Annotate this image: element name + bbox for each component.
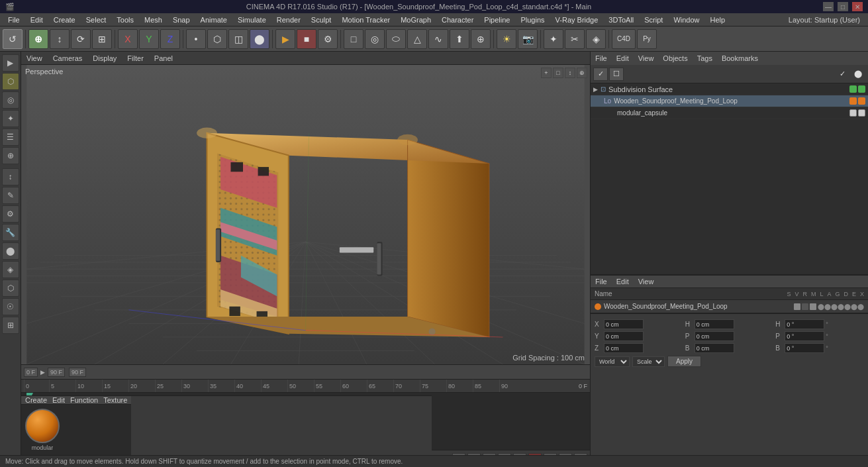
mat-menu-create[interactable]: Create bbox=[25, 396, 47, 404]
obj-menu-file[interactable]: File bbox=[593, 54, 609, 62]
sphere-button[interactable]: ◎ bbox=[365, 29, 385, 49]
coord-p-input[interactable] bbox=[695, 331, 734, 341]
side-tool-15[interactable]: ⊞ bbox=[2, 317, 19, 334]
obj-toggle-button[interactable]: ☐ bbox=[609, 68, 624, 81]
menu-3dtoall[interactable]: 3DToAll bbox=[603, 15, 639, 25]
menu-mesh[interactable]: Mesh bbox=[139, 15, 168, 25]
coord-z-input[interactable] bbox=[604, 343, 644, 353]
menu-window[interactable]: Window bbox=[668, 15, 704, 25]
coord-x-input[interactable] bbox=[604, 319, 644, 329]
viewport[interactable]: Perspective Grid Spacing : 100 cm + □ ↕ … bbox=[21, 65, 590, 364]
attr-menu-edit[interactable]: Edit bbox=[614, 278, 631, 285]
menu-pipeline[interactable]: Pipeline bbox=[479, 15, 515, 25]
extrude-button[interactable]: ⬆ bbox=[450, 29, 469, 49]
attr-menu-file[interactable]: File bbox=[593, 278, 609, 285]
render-settings-button[interactable]: ⚙ bbox=[318, 29, 338, 49]
side-tool-12[interactable]: ◈ bbox=[2, 261, 19, 278]
side-tool-4[interactable]: ✦ bbox=[2, 110, 19, 127]
obj-item-modular-capsule[interactable]: modular_capsule bbox=[591, 107, 868, 119]
python-button[interactable]: Py bbox=[637, 29, 657, 49]
attr-menu-view[interactable]: View bbox=[636, 278, 656, 285]
points-mode-button[interactable]: • bbox=[186, 29, 206, 49]
attr-object-row[interactable]: Wooden_Soundproof_Meeting_Pod_Loop ⬤⬤⬤⬤⬤… bbox=[591, 300, 868, 313]
menu-file[interactable]: File bbox=[3, 15, 25, 25]
material-sphere[interactable] bbox=[25, 409, 60, 443]
camera-button[interactable]: 📷 bbox=[518, 29, 538, 49]
menu-simulate[interactable]: Simulate bbox=[232, 15, 271, 25]
scale-tool-button[interactable]: ↕ bbox=[50, 29, 70, 49]
coord-sx-input[interactable] bbox=[785, 319, 824, 329]
axis-y-button[interactable]: Y bbox=[139, 29, 159, 49]
mat-menu-texture[interactable]: Texture bbox=[103, 396, 127, 404]
obj-menu-objects[interactable]: Objects bbox=[661, 54, 689, 62]
side-tool-7[interactable]: ↕ bbox=[2, 168, 19, 185]
menu-motion-tracker[interactable]: Motion Tracker bbox=[336, 15, 395, 25]
obj-filter-button[interactable]: ✓ bbox=[593, 68, 608, 81]
viewport-menu-cameras[interactable]: Cameras bbox=[50, 54, 85, 62]
coord-y-input[interactable] bbox=[604, 331, 644, 341]
side-tool-9[interactable]: ⚙ bbox=[2, 205, 19, 223]
cylinder-button[interactable]: ⬭ bbox=[386, 29, 406, 49]
viewport-menu-display[interactable]: Display bbox=[90, 54, 119, 62]
spline-button[interactable]: ∿ bbox=[428, 29, 448, 49]
coord-sz-input[interactable] bbox=[785, 343, 824, 353]
axis-z-button[interactable]: Z bbox=[160, 29, 180, 49]
coord-sy-input[interactable] bbox=[785, 331, 824, 341]
render-button[interactable]: ■ bbox=[297, 29, 316, 49]
side-tool-6[interactable]: ⊕ bbox=[2, 147, 19, 164]
polys-mode-button[interactable]: ◫ bbox=[228, 29, 248, 49]
close-button[interactable]: ✕ bbox=[852, 2, 863, 11]
menu-render[interactable]: Render bbox=[271, 15, 306, 25]
vp-nav-arrows[interactable]: ↕ bbox=[565, 68, 575, 78]
menu-snap[interactable]: Snap bbox=[168, 15, 195, 25]
move-tool-button[interactable]: ⊕ bbox=[28, 29, 48, 49]
obj-menu-tags[interactable]: Tags bbox=[695, 54, 714, 62]
viewport-menu-panel[interactable]: Panel bbox=[152, 54, 175, 62]
obj-menu-edit[interactable]: Edit bbox=[614, 54, 631, 62]
undo-button[interactable]: ↺ bbox=[3, 29, 23, 49]
rotate-tool-button[interactable]: ⟳ bbox=[71, 29, 91, 49]
menu-tools[interactable]: Tools bbox=[111, 15, 139, 25]
side-tool-8[interactable]: ✎ bbox=[2, 187, 19, 204]
side-tool-2[interactable]: ⬡ bbox=[2, 73, 19, 90]
vp-nav-box[interactable]: □ bbox=[553, 68, 563, 78]
menu-edit[interactable]: Edit bbox=[25, 15, 48, 25]
menu-script[interactable]: Script bbox=[639, 15, 668, 25]
select-all-button[interactable]: ⊞ bbox=[92, 29, 112, 49]
side-tool-11[interactable]: ⬤ bbox=[2, 242, 19, 260]
obj-menu-bookmarks[interactable]: Bookmarks bbox=[720, 54, 760, 62]
coord-world-select[interactable]: World Object bbox=[595, 356, 630, 367]
coord-h-input[interactable] bbox=[695, 319, 734, 329]
obj-menu-view[interactable]: View bbox=[636, 54, 656, 62]
side-tool-3[interactable]: ◎ bbox=[2, 91, 19, 109]
coord-b-input[interactable] bbox=[695, 343, 734, 353]
magnet-button[interactable]: ✦ bbox=[544, 29, 563, 49]
render-view-button[interactable]: ▶ bbox=[275, 29, 295, 49]
viewport-menu-filter[interactable]: Filter bbox=[124, 54, 146, 62]
axis-x-button[interactable]: X bbox=[118, 29, 138, 49]
object-mode-button[interactable]: ⬤ bbox=[250, 29, 269, 49]
menu-plugins[interactable]: Plugins bbox=[515, 15, 550, 25]
cube-button[interactable]: □ bbox=[344, 29, 363, 49]
knife-button[interactable]: ✂ bbox=[565, 29, 585, 49]
menu-create[interactable]: Create bbox=[48, 15, 81, 25]
side-tool-5[interactable]: ☰ bbox=[2, 129, 19, 146]
menu-help[interactable]: Help bbox=[705, 15, 731, 25]
bevel-button[interactable]: ◈ bbox=[586, 29, 606, 49]
menu-character[interactable]: Character bbox=[436, 15, 479, 25]
obj-item-wooden-pod[interactable]: Lo Wooden_Soundproof_Meeting_Pod_Loop bbox=[591, 95, 868, 107]
material-item[interactable]: modular bbox=[25, 409, 60, 451]
coord-scale-select[interactable]: Scale bbox=[632, 356, 665, 367]
edges-mode-button[interactable]: ⬡ bbox=[207, 29, 227, 49]
vp-nav-plus[interactable]: + bbox=[541, 68, 552, 78]
side-tool-13[interactable]: ⬡ bbox=[2, 280, 19, 297]
side-tool-10[interactable]: 🔧 bbox=[2, 224, 19, 241]
light-button[interactable]: ☀ bbox=[497, 29, 516, 49]
side-tool-14[interactable]: ☉ bbox=[2, 298, 19, 315]
viewport-menu-view[interactable]: View bbox=[24, 54, 45, 62]
maximize-button[interactable]: □ bbox=[838, 2, 848, 11]
obj-item-subdivision[interactable]: ▶ ⊡ Subdivision Surface bbox=[591, 83, 868, 95]
menu-mograph[interactable]: MoGraph bbox=[395, 15, 436, 25]
mat-menu-function[interactable]: Function bbox=[70, 396, 98, 404]
menu-animate[interactable]: Animate bbox=[195, 15, 232, 25]
